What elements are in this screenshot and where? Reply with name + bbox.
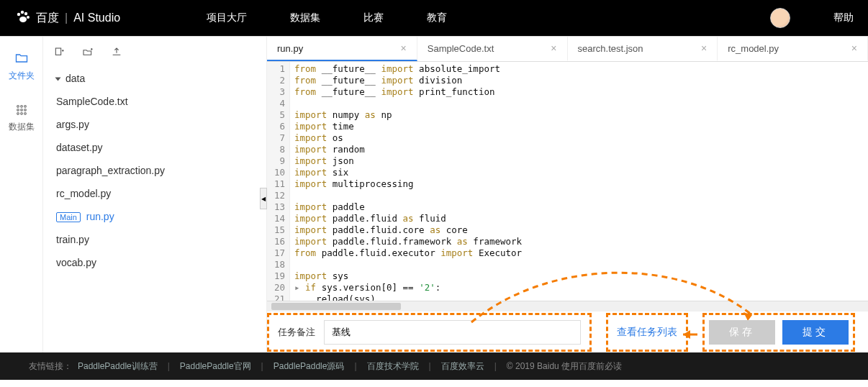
tab-rcmodel[interactable]: rc_model.py×	[718, 37, 868, 61]
help-link[interactable]: 帮助	[833, 12, 854, 24]
tree-item-main[interactable]: Main run.py	[53, 205, 256, 228]
remark-label: 任务备注	[278, 326, 315, 339]
tab-label: search.test.json	[578, 43, 643, 54]
rail-datasets[interactable]: 数据集	[9, 102, 35, 133]
scrollbar-thumb[interactable]	[271, 303, 401, 310]
avatar[interactable]	[770, 8, 790, 28]
file-actions	[53, 44, 256, 67]
code-content[interactable]: from __future__ import absolute_importfr…	[290, 62, 868, 301]
tree-item[interactable]: train.py	[53, 228, 256, 251]
file-panel: data SampleCode.txt args.py dataset.py p…	[43, 37, 266, 352]
svg-point-8	[17, 109, 19, 111]
paw-icon	[14, 8, 32, 29]
tree-item[interactable]: paragraph_extraction.py	[53, 159, 256, 182]
remark-input[interactable]	[324, 320, 581, 345]
line-gutter: 123456789101112131415161718192021222324	[267, 62, 290, 301]
nav-datasets[interactable]: 数据集	[290, 12, 320, 24]
tree-item[interactable]: SampleCode.txt	[53, 90, 256, 113]
svg-point-13	[24, 113, 26, 115]
footer-link[interactable]: 百度效率云	[441, 360, 484, 373]
svg-point-6	[20, 106, 22, 108]
tree-main-file: run.py	[86, 211, 114, 222]
tree-folder-label: data	[65, 73, 85, 84]
svg-point-1	[21, 10, 24, 13]
tree-item[interactable]: vocab.py	[53, 251, 256, 274]
footer-link[interactable]: 百度技术学院	[367, 360, 419, 373]
submit-button[interactable]: 提交	[782, 320, 849, 345]
view-tasks-link[interactable]: 查看任务列表	[617, 326, 677, 339]
svg-point-2	[24, 12, 27, 14]
svg-point-9	[20, 109, 22, 111]
tree-folder-data[interactable]: data	[53, 67, 256, 90]
footer: 友情链接： PaddlePaddle训练营| PaddlePaddle官网| P…	[0, 352, 868, 380]
rail-files-label: 文件夹	[9, 70, 35, 82]
editor-tabs: run.py× SampleCode.txt× search.test.json…	[267, 37, 868, 62]
left-rail: 文件夹 数据集	[0, 37, 43, 352]
footer-link[interactable]: PaddlePaddle官网	[180, 360, 251, 373]
main-badge: Main	[56, 212, 81, 222]
new-file-icon[interactable]	[53, 47, 65, 58]
nav-education[interactable]: 教育	[427, 12, 447, 24]
main-area: 文件夹 数据集 data SampleCode.txt args.py data…	[0, 36, 868, 352]
editor: ◀ run.py× SampleCode.txt× search.test.js…	[266, 37, 868, 352]
footer-link[interactable]: PaddlePaddle训练营	[78, 360, 158, 373]
save-button[interactable]: 保存	[709, 320, 775, 345]
view-tasks-box: 查看任务列表	[606, 313, 688, 352]
tree-item[interactable]: args.py	[53, 113, 256, 136]
rail-datasets-label: 数据集	[9, 121, 35, 133]
svg-point-10	[24, 109, 26, 111]
logo[interactable]: 百度 | AI Studio	[14, 8, 120, 29]
top-nav: 项目大厅 数据集 比赛 教育	[207, 12, 447, 24]
svg-point-3	[27, 16, 30, 19]
logo-studio: AI Studio	[73, 12, 120, 24]
new-folder-icon[interactable]	[82, 47, 94, 58]
nav-competitions[interactable]: 比赛	[363, 12, 384, 24]
close-icon[interactable]: ×	[401, 42, 407, 54]
close-icon[interactable]: ×	[851, 42, 857, 54]
tab-label: rc_model.py	[728, 43, 779, 54]
annotation-arrow-icon	[680, 328, 699, 341]
file-tree: data SampleCode.txt args.py dataset.py p…	[53, 67, 256, 274]
logo-baidu: 百度	[36, 11, 59, 26]
tree-item[interactable]: rc_model.py	[53, 182, 256, 205]
svg-point-11	[17, 113, 19, 115]
tree-item[interactable]: dataset.py	[53, 136, 256, 159]
tab-label: run.py	[277, 43, 303, 54]
close-icon[interactable]: ×	[701, 42, 707, 54]
svg-point-7	[24, 106, 26, 108]
horizontal-scrollbar[interactable]	[267, 301, 868, 311]
svg-point-12	[20, 113, 22, 115]
svg-point-5	[17, 106, 19, 108]
logo-separator: |	[65, 12, 68, 24]
bottom-bar: 任务备注 查看任务列表 保存 提交	[267, 311, 868, 352]
tab-searchjson[interactable]: search.test.json×	[568, 37, 718, 61]
close-icon[interactable]: ×	[551, 42, 556, 54]
tab-runpy[interactable]: run.py×	[267, 37, 417, 61]
svg-rect-14	[55, 48, 60, 55]
submit-box: 保存 提交	[702, 313, 855, 352]
tab-samplecode[interactable]: SampleCode.txt×	[417, 37, 568, 61]
code-editor[interactable]: 123456789101112131415161718192021222324 …	[267, 62, 868, 301]
top-bar: 百度 | AI Studio 项目大厅 数据集 比赛 教育 帮助	[0, 0, 868, 36]
folder-icon	[14, 51, 29, 65]
svg-point-4	[19, 17, 27, 22]
footer-label: 友情链接：	[29, 360, 72, 373]
remark-box: 任务备注	[267, 313, 592, 352]
tab-label: SampleCode.txt	[428, 43, 494, 54]
footer-link[interactable]: PaddlePaddle源码	[273, 360, 345, 373]
dataset-icon	[14, 102, 29, 117]
svg-point-0	[17, 12, 20, 15]
nav-projects[interactable]: 项目大厅	[207, 12, 247, 24]
collapse-panel-button[interactable]: ◀	[260, 188, 267, 209]
upload-icon[interactable]	[111, 47, 122, 58]
rail-files[interactable]: 文件夹	[9, 51, 35, 82]
footer-copyright: © 2019 Baidu 使用百度前必读	[507, 360, 622, 373]
